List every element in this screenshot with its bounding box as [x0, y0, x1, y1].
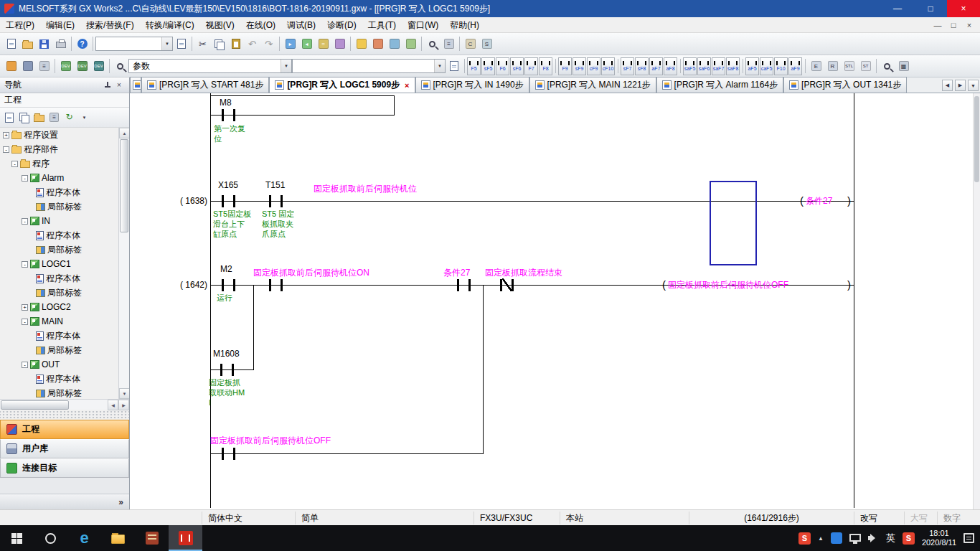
search-settings-icon[interactable]: [173, 36, 189, 52]
ladder-symbol-vline-button[interactable]: sF9: [573, 57, 586, 75]
ladder-symbol-af9-button[interactable]: aF9: [788, 57, 802, 75]
expander-icon[interactable]: -: [22, 362, 28, 368]
tab-main[interactable]: [PRG]R 写入 MAIN 1221步: [529, 77, 656, 93]
chevron-down-icon[interactable]: ▼: [161, 37, 172, 50]
scrollbar-thumb[interactable]: [1, 400, 69, 410]
ladder-symbol-hline-button[interactable]: F9: [558, 57, 572, 75]
tree-item-pou[interactable]: -程序部件: [0, 142, 129, 156]
tab-alarm[interactable]: [PRG]R 写入 Alarm 1164步: [656, 77, 783, 93]
statement-display-icon[interactable]: S: [479, 36, 495, 52]
tree-item-logc1-body[interactable]: 程序本体: [0, 271, 129, 286]
add-data-icon[interactable]: [2, 110, 16, 124]
start-button[interactable]: [0, 525, 34, 551]
ladder-symbol-branch-button[interactable]: aF5: [745, 57, 759, 75]
volume-icon[interactable]: [868, 534, 879, 542]
expander-icon[interactable]: -: [22, 175, 28, 182]
pinned-app-button[interactable]: [135, 525, 169, 551]
ladder-symbol-or-rising-pulse-button[interactable]: aF7: [649, 57, 663, 75]
pin-icon[interactable]: [102, 80, 113, 91]
cross-reference-icon[interactable]: ≡: [440, 36, 457, 52]
tab-scroll-right-icon[interactable]: ▶: [955, 80, 966, 91]
ime-language-indicator[interactable]: 英: [886, 532, 895, 545]
ladder-symbol-delete-vline-button[interactable]: cF10: [601, 57, 615, 75]
tree-item-in-label[interactable]: 局部标签: [0, 242, 129, 257]
nav-button-user-library[interactable]: 用户库: [0, 439, 129, 458]
file-explorer-button[interactable]: [101, 525, 135, 551]
tree-item-alarm-label[interactable]: 局部标签: [0, 199, 129, 214]
undo-icon[interactable]: ↶: [244, 36, 260, 52]
ladder-symbol-closed-contact-button[interactable]: sF5: [481, 57, 495, 75]
tab-logc1-active[interactable]: [PRG]R 写入 LOGC1 5909步×: [269, 77, 415, 93]
contact-nc-grab-flow-end[interactable]: [500, 279, 514, 291]
ladder-symbol-or-contact-button[interactable]: F6: [496, 57, 509, 75]
tab-start[interactable]: [PRG]R 写入 START 481步: [141, 77, 269, 93]
menu-compile[interactable]: 转换/编译(C): [140, 17, 200, 33]
label-setting-icon[interactable]: DEV: [90, 58, 107, 75]
stl-instruction-icon[interactable]: STL: [841, 58, 857, 75]
menu-debug[interactable]: 调试(B): [281, 17, 321, 33]
tree-vertical-scrollbar[interactable]: ▲ ▼: [118, 128, 129, 399]
menu-help[interactable]: 帮助(H): [444, 17, 485, 33]
monitor-start-icon[interactable]: [353, 36, 369, 52]
ladder-symbol-falling-pulse-button[interactable]: sF8: [635, 57, 649, 75]
contact-m2[interactable]: [222, 279, 235, 291]
contact-m8[interactable]: [222, 109, 235, 121]
ladder-symbol-pulse-conversion-button[interactable]: saF7: [712, 57, 725, 75]
copy-data-icon[interactable]: [17, 110, 31, 124]
ladder-symbol-delete-branch-button[interactable]: caF5: [760, 57, 773, 75]
coil-label[interactable]: 固定板抓取前后伺服待机位OFF: [668, 280, 788, 290]
copy-icon[interactable]: [211, 36, 227, 52]
expander-icon[interactable]: -: [3, 146, 9, 153]
tree-item-main-label[interactable]: 局部标签: [0, 343, 129, 357]
tree-item-alarm-body[interactable]: 程序本体: [0, 185, 129, 199]
ladder-symbol-invert-or-button[interactable]: saF6: [697, 57, 711, 75]
data-folder-icon[interactable]: [32, 110, 46, 124]
expander-icon[interactable]: -: [22, 261, 28, 268]
menu-diagnostics[interactable]: 诊断(D): [321, 17, 362, 33]
scrollbar-thumb[interactable]: [120, 139, 128, 232]
scroll-up-icon[interactable]: ▲: [119, 128, 129, 138]
print-icon[interactable]: [52, 36, 69, 52]
help-icon[interactable]: ?: [74, 36, 90, 52]
parameter-icon[interactable]: [112, 58, 128, 75]
ladder-symbol-open-contact-button[interactable]: F5: [467, 57, 481, 75]
expander-icon[interactable]: +: [22, 304, 28, 311]
contact-servo-standby-on[interactable]: [269, 279, 283, 291]
gx-works2-taskbar-button[interactable]: [169, 525, 202, 551]
menu-project[interactable]: 工程(P): [0, 17, 40, 33]
expander-icon[interactable]: -: [22, 218, 28, 225]
contact-m1608[interactable]: [220, 364, 234, 376]
panel-close-icon[interactable]: ×: [113, 80, 125, 91]
menu-view[interactable]: 视图(V): [200, 17, 240, 33]
remote-operation-icon[interactable]: [331, 36, 348, 52]
comment-display-icon[interactable]: C: [462, 36, 479, 52]
tree-item-logc1[interactable]: -LOGC1: [0, 257, 129, 271]
tree-item-in[interactable]: -IN: [0, 214, 129, 228]
display-format-icon[interactable]: ▦: [895, 58, 912, 75]
tab-close-icon[interactable]: ×: [405, 81, 409, 90]
quick-search-combo[interactable]: ▼: [95, 37, 173, 51]
menu-window[interactable]: 窗口(W): [402, 17, 444, 33]
cut-icon[interactable]: ✂: [194, 36, 211, 52]
tab-list-icon[interactable]: ▼: [968, 80, 979, 91]
restore-button[interactable]: □: [914, 0, 947, 17]
paste-icon[interactable]: [227, 36, 244, 52]
tree-item-logc1-label[interactable]: 局部标签: [0, 286, 129, 300]
tab-scroll-left-icon[interactable]: ◀: [942, 80, 953, 91]
panel-splitter-grip[interactable]: [0, 410, 129, 420]
monitor-stop-icon[interactable]: [369, 36, 386, 52]
tree-item-out-body[interactable]: 程序本体: [0, 372, 129, 386]
apply-icon[interactable]: [446, 58, 462, 75]
ladder-symbol-pulse-conversion-or-button[interactable]: saF8: [726, 57, 740, 75]
read-from-plc-icon[interactable]: ◂: [298, 36, 315, 52]
open-project-icon[interactable]: [19, 36, 36, 52]
ladder-symbol-or-closed-contact-button[interactable]: sF6: [510, 57, 524, 75]
verify-with-plc-icon[interactable]: =: [315, 36, 331, 52]
sogou-tray-icon[interactable]: S: [903, 532, 915, 545]
ladder-symbol-f10-button[interactable]: F10: [774, 57, 788, 75]
close-button[interactable]: ×: [947, 0, 980, 17]
inline-st-icon[interactable]: ST: [857, 58, 874, 75]
device-combo[interactable]: ▼: [292, 59, 446, 73]
write-to-plc-icon[interactable]: ▸: [282, 36, 298, 52]
editor-vertical-scrollbar[interactable]: [973, 93, 980, 509]
